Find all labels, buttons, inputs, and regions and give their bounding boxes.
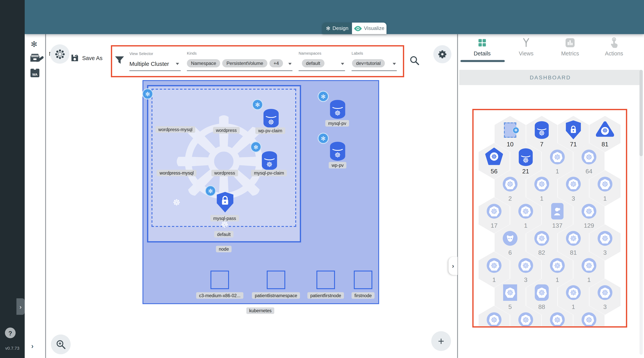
kind-chip[interactable]: PersistentVolume — [222, 59, 267, 67]
namespaces-chip-row: default — [302, 59, 324, 67]
search-icon[interactable] — [409, 55, 420, 66]
volume-icon: ☸ — [330, 142, 345, 161]
namespace-chip[interactable]: default — [302, 59, 324, 67]
machine-node-square[interactable] — [316, 270, 335, 289]
kinds-chip-row: NamespacePersistentVolume+4 — [187, 59, 283, 67]
namespaces-label: Namespaces — [298, 51, 321, 56]
pvc-mysql-pv-claim-node[interactable]: ☸ ✻ — [262, 151, 277, 170]
service-wordpress-node[interactable]: ☸ ✻ — [0, 216, 547, 237]
panel-scrollbar[interactable] — [640, 70, 643, 355]
chevron-right-icon: › — [20, 303, 22, 310]
service-wordpress-mysql-node[interactable]: ☸ ✻ — [0, 194, 499, 215]
deployment-wordpress-mysql-node[interactable]: ✻ — [0, 104, 497, 127]
hex-resource-k8s[interactable]: ☸ — [573, 306, 605, 327]
labels-label: Labels — [352, 51, 363, 56]
machine-node-square[interactable] — [267, 270, 285, 289]
label-chip[interactable]: dev=tutorial — [352, 59, 385, 67]
save-floppy-icon — [71, 54, 79, 62]
metrics-icon — [565, 38, 575, 48]
tab-details[interactable]: Details — [462, 38, 503, 57]
add-button[interactable]: + — [431, 331, 451, 351]
dropdown-arrow-icon[interactable] — [393, 63, 396, 65]
zoom-in-icon — [56, 339, 66, 350]
kind-chip[interactable]: +4 — [270, 59, 283, 67]
eye-icon — [354, 26, 362, 31]
node-label: wordpress — [213, 127, 240, 134]
dropdown-arrow-icon[interactable] — [176, 63, 179, 65]
machine-node-label: patientfirstnode — [308, 292, 344, 299]
kinds-label: Kinds — [187, 51, 197, 56]
view-selector-value[interactable]: Multiple Cluster — [129, 61, 169, 67]
pvc-wp-pv-claim-node[interactable]: ☸ ✻ — [264, 109, 279, 128]
secret-shield-icon — [216, 192, 234, 212]
panel-expand-chevron[interactable]: › — [31, 342, 34, 351]
dashboard-section-header: DASHBOARD — [459, 70, 642, 85]
machine-node-label: patientlistnamespace — [252, 292, 300, 299]
volume-icon: ☸ — [330, 100, 345, 119]
k8s-connection-badge: ✻ — [252, 99, 263, 110]
canvas-expand-chevron[interactable]: › — [448, 257, 458, 275]
volume-claim-icon: ☸ — [264, 109, 279, 128]
underline — [298, 70, 345, 71]
node-label: wp-pv-claim — [255, 127, 285, 134]
save-as-button[interactable]: Save As — [71, 54, 102, 62]
k8s-connection-badge: ✻ — [205, 185, 216, 196]
help-button[interactable]: ? — [5, 327, 16, 338]
dropdown-arrow-icon[interactable] — [288, 63, 292, 65]
node-label: wordpress-mysql — [157, 170, 197, 176]
tab-views[interactable]: Views — [506, 38, 547, 57]
zoom-in-button[interactable] — [51, 334, 71, 354]
hex-resource-k8s[interactable]: ☸ — [510, 306, 541, 327]
filter-funnel-icon[interactable] — [114, 55, 125, 66]
underline — [187, 70, 292, 71]
node-label: mysql-pass — [210, 215, 239, 221]
design-tab[interactable]: ✻ Design — [322, 23, 352, 34]
machine-node-label: firstnode — [352, 292, 375, 299]
active-tab-underline — [460, 60, 505, 62]
pv-wp-pv-node[interactable]: ☸ ✻ — [330, 142, 345, 161]
question-icon: ? — [8, 329, 12, 336]
flower-cluster-icon — [54, 49, 65, 59]
node-label: mysql-pv — [326, 120, 349, 127]
k8s-connection-badge: ✻ — [250, 141, 261, 152]
node-label: wp-pv — [329, 162, 346, 169]
sidebar-expand-button[interactable]: › — [16, 298, 25, 315]
wasm-filter-icon[interactable]: WA — [30, 69, 39, 77]
design-spiral-icon[interactable]: ✻ — [31, 39, 38, 49]
node-label: wordpress — [211, 170, 238, 176]
gear-icon — [438, 50, 447, 59]
cluster-label: kubernetes — [246, 307, 274, 314]
visualize-tab[interactable]: Visualize — [352, 23, 386, 34]
node-container-label: node — [216, 246, 232, 252]
pv-mysql-pv-node[interactable]: ☸ ✻ — [330, 100, 345, 119]
k8s-connection-badge: ✻ — [142, 89, 153, 100]
views-icon — [522, 38, 530, 48]
tab-actions[interactable]: Actions — [594, 38, 634, 57]
cluster-action-button[interactable] — [50, 45, 70, 64]
underline — [352, 70, 397, 71]
node-label: mysql-pv-claim — [251, 170, 287, 176]
mode-toggle: ✻ Design Visualize — [322, 23, 386, 34]
node-label: wordpress-mysql — [155, 126, 195, 133]
canvas-settings-button[interactable] — [433, 45, 452, 63]
kind-chip[interactable]: Namespace — [187, 59, 220, 67]
k8s-connection-badge: ✻ — [318, 133, 329, 144]
dropdown-arrow-icon[interactable] — [341, 63, 344, 65]
edit-pencil-icon[interactable] — [36, 56, 44, 63]
tab-metrics[interactable]: Metrics — [550, 38, 591, 57]
machine-node-square[interactable] — [354, 270, 372, 289]
design-icon: ✻ — [326, 25, 330, 32]
labels-chip-row: dev=tutorial — [352, 59, 385, 67]
hex-resource-k8s[interactable]: ☸ — [478, 306, 510, 327]
hex-resource-k8s[interactable]: ☸ — [542, 306, 573, 327]
view-selector-label: View Selector — [129, 51, 153, 56]
k8s-wheel-glyph: ☸ — [173, 198, 180, 208]
secret-mysql-pass-node[interactable]: ✻ — [216, 192, 234, 212]
k8s-connection-badge: ✻ — [318, 91, 329, 102]
machine-node-label: c3-medium-x86-02... — [196, 292, 243, 299]
namespace-label: default — [214, 231, 234, 237]
actions-hand-icon — [610, 38, 618, 48]
machine-node-square[interactable] — [210, 270, 229, 289]
details-grid-icon — [478, 39, 486, 46]
underline — [129, 70, 181, 71]
